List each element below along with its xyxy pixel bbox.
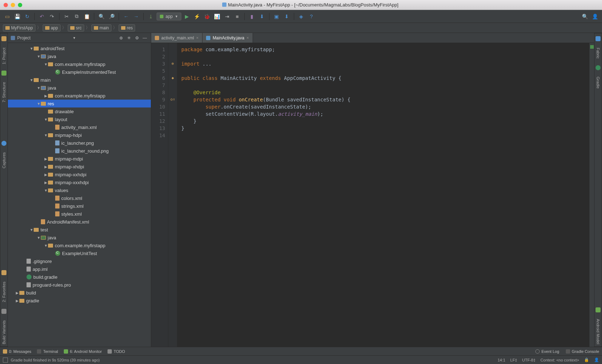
user-icon[interactable]: 👤 bbox=[591, 12, 599, 21]
tree-node[interactable]: ▼java bbox=[8, 52, 151, 60]
gutter-icon[interactable]: o↑ bbox=[168, 96, 177, 103]
avd-icon[interactable]: ▮ bbox=[248, 12, 256, 21]
tree-node[interactable]: ▼com.example.myfirstapp bbox=[8, 60, 151, 68]
tree-node[interactable]: strings.xml bbox=[8, 202, 151, 210]
tool-window-project[interactable]: 1: Project bbox=[1, 46, 7, 66]
help-icon[interactable]: ? bbox=[307, 12, 316, 21]
icon-gutter[interactable]: ⊕◆o↑ bbox=[168, 43, 177, 347]
tree-node[interactable]: ic_launcher_round.png bbox=[8, 147, 151, 155]
tool-window-android-model[interactable]: Android Model bbox=[595, 317, 601, 346]
file-encoding[interactable]: UTF-8‡ bbox=[522, 358, 535, 362]
tree-node[interactable]: styles.xml bbox=[8, 210, 151, 218]
find-icon[interactable]: 🔍 bbox=[97, 12, 106, 21]
sync-icon[interactable]: ↻ bbox=[23, 12, 32, 21]
close-tab-icon[interactable]: × bbox=[196, 35, 199, 40]
captures-strip-icon[interactable] bbox=[1, 141, 6, 146]
tree-node[interactable]: ExampleInstrumentedTest bbox=[8, 68, 151, 76]
android-model-strip-icon[interactable] bbox=[596, 307, 601, 312]
tree-node[interactable]: ▼main bbox=[8, 76, 151, 84]
profile-icon[interactable]: 📊 bbox=[213, 12, 221, 21]
open-icon[interactable]: ▭ bbox=[3, 12, 11, 21]
scroll-from-source-icon[interactable]: ✳ bbox=[126, 35, 132, 41]
tree-node[interactable]: ▶mipmap-mdpi bbox=[8, 155, 151, 163]
minimize-window-button[interactable] bbox=[11, 3, 15, 7]
gradle-console-tab[interactable]: Gradle Console bbox=[566, 349, 599, 354]
tool-window-fabric[interactable]: Fabric bbox=[595, 46, 601, 61]
terminal-tab[interactable]: Terminal bbox=[37, 349, 58, 354]
tree-node[interactable]: .gitignore bbox=[8, 257, 151, 265]
tree-node[interactable]: ▼java bbox=[8, 84, 151, 92]
tree-node[interactable]: ▼res bbox=[8, 100, 151, 107]
gutter-icon[interactable]: ⊕ bbox=[168, 60, 177, 67]
save-icon[interactable]: 💾 bbox=[13, 12, 22, 21]
project-strip-icon[interactable] bbox=[1, 36, 6, 41]
code-content[interactable]: package com.example.myfirstapp; import .… bbox=[177, 43, 589, 347]
event-log-tab[interactable]: Event Log bbox=[535, 349, 559, 354]
android-monitor-tab[interactable]: 6: Android Monitor bbox=[64, 349, 102, 354]
layout-inspector-icon[interactable]: ▣ bbox=[272, 12, 281, 21]
breadcrumb[interactable]: MyFirstApp bbox=[3, 24, 35, 32]
stop-icon[interactable]: ■ bbox=[233, 12, 242, 21]
editor-tab[interactable]: MainActivity.java× bbox=[202, 33, 253, 43]
back-icon[interactable]: ← bbox=[122, 12, 130, 21]
tree-node[interactable]: ▼androidTest bbox=[8, 44, 151, 52]
editor-tab[interactable]: activity_main.xml× bbox=[151, 33, 202, 43]
tree-node[interactable]: ▶build bbox=[8, 289, 151, 297]
messages-tab[interactable]: 0: Messages bbox=[3, 349, 31, 354]
status-icon[interactable] bbox=[3, 358, 8, 363]
forward-icon[interactable]: → bbox=[132, 12, 140, 21]
tree-node[interactable]: activity_main.xml bbox=[8, 123, 151, 131]
tree-node[interactable]: ▶mipmap-xxhdpi bbox=[8, 171, 151, 178]
context-label[interactable]: Context: <no context> bbox=[540, 358, 579, 362]
structure-strip-icon[interactable] bbox=[1, 71, 6, 76]
tool-window-gradle[interactable]: Gradle bbox=[595, 75, 601, 91]
tree-node[interactable]: ▼java bbox=[8, 234, 151, 241]
search-everywhere-icon[interactable]: 🔍 bbox=[580, 12, 589, 21]
settings-icon[interactable]: ◈ bbox=[297, 12, 306, 21]
breadcrumb[interactable]: src bbox=[68, 24, 84, 32]
tree-node[interactable]: ▶mipmap-xxxhdpi bbox=[8, 178, 151, 186]
tree-node[interactable]: build.gradle bbox=[8, 273, 151, 281]
variants-strip-icon[interactable] bbox=[1, 309, 6, 314]
tree-node[interactable]: ▶gradle bbox=[8, 297, 151, 305]
cut-icon[interactable]: ✂ bbox=[62, 12, 71, 21]
make-icon[interactable]: ⤓ bbox=[147, 12, 155, 21]
breadcrumb[interactable]: main bbox=[91, 24, 111, 32]
undo-icon[interactable]: ↶ bbox=[38, 12, 46, 21]
fabric-strip-icon[interactable] bbox=[596, 36, 601, 41]
tool-window-build-variants[interactable]: Build Variants bbox=[1, 318, 7, 346]
gear-icon[interactable]: ⚙ bbox=[134, 35, 140, 41]
copy-icon[interactable]: ⧉ bbox=[72, 12, 81, 21]
replace-icon[interactable]: 🔎 bbox=[107, 12, 116, 21]
lock-icon[interactable]: 🔒 bbox=[584, 358, 589, 362]
tool-window-captures[interactable]: Captures bbox=[1, 150, 7, 171]
favorites-strip-icon[interactable] bbox=[1, 270, 6, 275]
gradle-strip-icon[interactable] bbox=[596, 65, 601, 70]
todo-tab[interactable]: TODO bbox=[108, 349, 125, 354]
breadcrumb[interactable]: app bbox=[43, 24, 61, 32]
project-view-label[interactable]: Project bbox=[17, 35, 30, 40]
tree-node[interactable]: ▼mipmap-hdpi bbox=[8, 131, 151, 139]
tree-node[interactable]: app.iml bbox=[8, 265, 151, 273]
collapse-all-icon[interactable]: ⊕ bbox=[118, 35, 124, 41]
tree-node[interactable]: ▶mipmap-xhdpi bbox=[8, 163, 151, 171]
tree-node[interactable]: ▼com.example.myfirstapp bbox=[8, 241, 151, 249]
line-separator[interactable]: LF‡ bbox=[510, 358, 517, 362]
close-tab-icon[interactable]: × bbox=[247, 35, 249, 40]
tool-window-structure[interactable]: 7: Structure bbox=[1, 80, 7, 105]
tree-node[interactable]: ▶com.example.myfirstapp bbox=[8, 92, 151, 100]
paste-icon[interactable]: 📋 bbox=[82, 12, 91, 21]
tree-node[interactable]: AndroidManifest.xml bbox=[8, 218, 151, 226]
hide-icon[interactable]: — bbox=[142, 35, 148, 41]
tree-node[interactable]: drawable bbox=[8, 107, 151, 115]
attach-icon[interactable]: ⇥ bbox=[223, 12, 231, 21]
project-tree[interactable]: ▼androidTest▼java▼com.example.myfirstapp… bbox=[8, 43, 151, 347]
hector-icon[interactable]: 👤 bbox=[594, 358, 599, 362]
debug-icon[interactable]: 🐞 bbox=[203, 12, 211, 21]
theme-editor-icon[interactable]: ⬇ bbox=[282, 12, 291, 21]
error-stripe[interactable] bbox=[589, 43, 594, 347]
tree-node[interactable]: colors.xml bbox=[8, 194, 151, 202]
tree-node[interactable]: ▼layout bbox=[8, 115, 151, 123]
apply-changes-icon[interactable]: ⚡ bbox=[193, 12, 201, 21]
tree-node[interactable]: ▼test bbox=[8, 226, 151, 234]
